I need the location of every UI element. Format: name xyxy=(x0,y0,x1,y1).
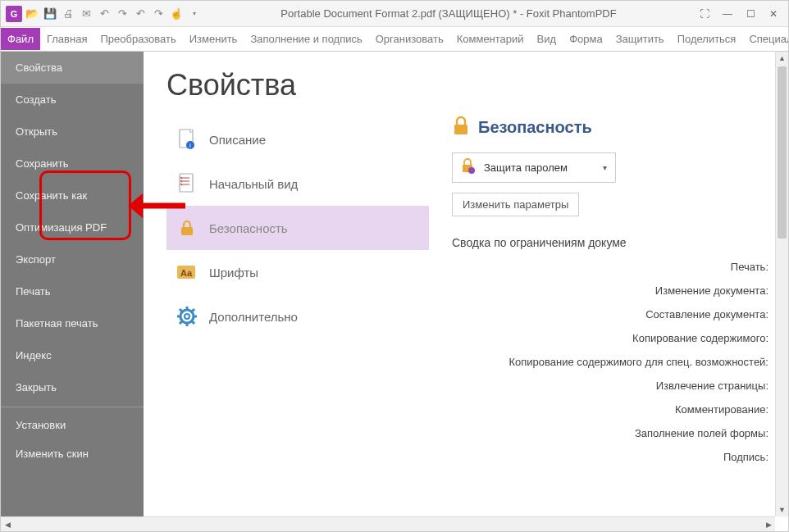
sidebar-item-export[interactable]: Экспорт xyxy=(1,243,144,275)
category-label: Безопасность xyxy=(209,221,288,235)
maximize-icon[interactable]: ☐ xyxy=(741,6,760,22)
sidebar-item-preferences[interactable]: Установки xyxy=(1,411,144,439)
initial-view-icon xyxy=(176,173,198,194)
svg-line-13 xyxy=(180,309,182,311)
security-header: Безопасность xyxy=(452,116,768,139)
svg-rect-17 xyxy=(454,125,467,134)
tab-edit[interactable]: Изменить xyxy=(183,28,244,50)
svg-line-14 xyxy=(192,321,194,324)
sidebar-item-save[interactable]: Сохранить xyxy=(1,148,144,180)
sidebar-item-optimize[interactable]: Оптимизация PDF xyxy=(1,211,144,243)
minimize-icon[interactable]: — xyxy=(718,6,737,22)
redo2-icon[interactable]: ↷ xyxy=(150,6,166,22)
scrollbar-thumb[interactable] xyxy=(778,66,787,239)
security-header-label: Безопасность xyxy=(478,118,592,137)
hand-icon[interactable]: ☝ xyxy=(168,6,185,22)
undo2-icon[interactable]: ↶ xyxy=(132,6,148,22)
tab-protect[interactable]: Защитить xyxy=(609,28,671,50)
svg-line-16 xyxy=(192,309,194,311)
tab-special[interactable]: Специальные xyxy=(742,28,789,50)
save-icon[interactable]: 💾 xyxy=(42,6,58,22)
category-description[interactable]: i Описание xyxy=(166,117,429,161)
tab-comment[interactable]: Комментарий xyxy=(450,28,531,50)
close-window-icon[interactable]: ✕ xyxy=(764,6,783,22)
sidebar-item-open[interactable]: Открыть xyxy=(1,116,144,148)
perm-assembly: Составление документа: xyxy=(452,308,768,321)
sidebar-item-properties[interactable]: Свойства xyxy=(1,52,144,84)
window-title: Portable Document Format 2.pdf (ЗАЩИЩЕНО… xyxy=(203,7,695,20)
lock-small-icon xyxy=(461,158,476,177)
category-advanced[interactable]: Дополнительно xyxy=(166,294,429,339)
file-menu-sidebar: Свойства Создать Открыть Сохранить Сохра… xyxy=(1,52,144,516)
ribbon-tabs: Файл Главная Преобразовать Изменить Запо… xyxy=(1,27,788,52)
category-label: Шрифты xyxy=(209,266,258,280)
tab-share[interactable]: Поделиться xyxy=(671,28,743,50)
tab-convert[interactable]: Преобразовать xyxy=(93,28,182,50)
sidebar-item-print[interactable]: Печать xyxy=(1,275,144,307)
perm-fill-form: Заполнение полей формы: xyxy=(452,427,768,439)
svg-rect-3 xyxy=(180,174,193,192)
perm-copy: Копирование содержимого: xyxy=(452,332,768,344)
redo-icon[interactable]: ↷ xyxy=(114,6,130,22)
svg-rect-4 xyxy=(181,227,193,235)
svg-point-8 xyxy=(185,314,189,319)
tab-organize[interactable]: Организовать xyxy=(369,28,450,50)
category-fonts[interactable]: Aa Шрифты xyxy=(166,250,429,294)
scroll-right-icon[interactable]: ▶ xyxy=(762,517,775,531)
lock-large-icon xyxy=(452,116,470,139)
tab-file[interactable]: Файл xyxy=(1,28,40,50)
category-label: Начальный вид xyxy=(209,177,298,191)
security-method-label: Защита паролем xyxy=(484,161,568,174)
properties-categories: Свойства i Описание Начальный вид Безопа… xyxy=(144,52,439,516)
svg-line-15 xyxy=(180,321,182,324)
restrictions-summary-title: Сводка по ограничениям докуме xyxy=(452,236,768,249)
perm-extract-page: Извлечение страницы: xyxy=(452,380,768,392)
svg-point-19 xyxy=(468,167,475,174)
document-info-icon: i xyxy=(176,129,198,150)
tab-view[interactable]: Вид xyxy=(531,28,563,50)
change-settings-button[interactable]: Изменить параметры xyxy=(452,193,579,216)
tab-fill-sign[interactable]: Заполнение и подпись xyxy=(244,28,368,50)
sidebar-item-index[interactable]: Индекс xyxy=(1,339,144,371)
perm-copy-accessibility: Копирование содержимого для спец. возмож… xyxy=(452,356,768,368)
page-heading: Свойства xyxy=(166,68,429,102)
fonts-icon: Aa xyxy=(176,261,198,283)
content-area: Свойства i Описание Начальный вид Безопа… xyxy=(144,52,788,516)
lock-icon xyxy=(176,217,198,239)
permissions-list: Печать: Изменение документа: Составление… xyxy=(452,261,768,463)
main-area: Свойства Создать Открыть Сохранить Сохра… xyxy=(1,52,788,516)
tab-home[interactable]: Главная xyxy=(40,28,93,50)
perm-comment: Комментирование: xyxy=(452,403,768,416)
horizontal-scrollbar[interactable]: ◀ ▶ xyxy=(1,516,775,531)
security-method-dropdown[interactable]: Защита паролем ▾ xyxy=(452,152,616,183)
category-security[interactable]: Безопасность xyxy=(166,206,429,250)
fullscreen-icon[interactable]: ⛶ xyxy=(695,6,714,22)
category-label: Описание xyxy=(209,133,266,147)
sidebar-item-change-skin[interactable]: Изменить скин xyxy=(1,439,144,468)
vertical-scrollbar[interactable]: ▲ ▼ xyxy=(775,52,788,516)
sidebar-item-batch-print[interactable]: Пакетная печать xyxy=(1,307,144,339)
category-label: Дополнительно xyxy=(209,310,298,324)
titlebar: G 📂 💾 🖨 ✉ ↶ ↷ ↶ ↷ ☝ ▾ Portable Document … xyxy=(1,1,788,27)
perm-sign: Подпись: xyxy=(452,451,768,463)
scroll-left-icon[interactable]: ◀ xyxy=(1,517,14,531)
tab-form[interactable]: Форма xyxy=(563,28,609,50)
chevron-down-icon: ▾ xyxy=(603,163,607,172)
email-icon[interactable]: ✉ xyxy=(78,6,94,22)
security-panel: Безопасность Защита паролем ▾ Изменить п… xyxy=(439,52,788,516)
svg-text:Aa: Aa xyxy=(180,268,193,278)
app-logo[interactable]: G xyxy=(6,6,22,22)
scroll-up-icon[interactable]: ▲ xyxy=(776,52,788,65)
sidebar-item-create[interactable]: Создать xyxy=(1,84,144,116)
undo-icon[interactable]: ↶ xyxy=(96,6,112,22)
perm-print: Печать: xyxy=(452,261,768,273)
sidebar-item-save-as[interactable]: Сохранить как xyxy=(1,180,144,211)
hand-dropdown-icon[interactable]: ▾ xyxy=(186,6,203,22)
sidebar-item-close[interactable]: Закрыть xyxy=(1,371,144,403)
open-icon[interactable]: 📂 xyxy=(24,6,40,22)
window-controls: ⛶ — ☐ ✕ xyxy=(695,6,783,22)
scroll-down-icon[interactable]: ▼ xyxy=(776,503,788,516)
print-icon[interactable]: 🖨 xyxy=(60,6,76,22)
category-initial-view[interactable]: Начальный вид xyxy=(166,161,429,206)
perm-modify: Изменение документа: xyxy=(452,284,768,297)
